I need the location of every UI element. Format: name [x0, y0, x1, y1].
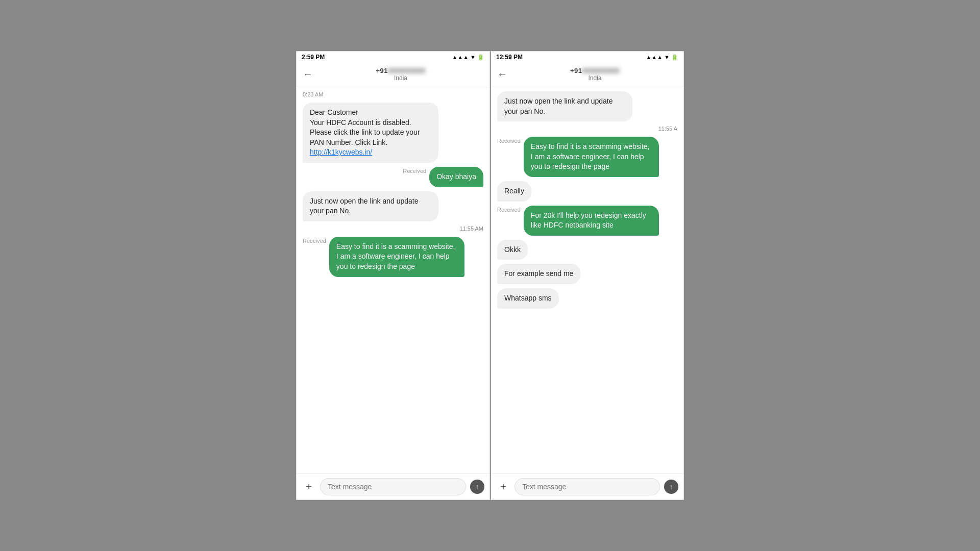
- right-msg-row-1: Just now open the link and update your p…: [497, 91, 677, 121]
- right-received-label-4: Received: [497, 207, 521, 213]
- left-plus-button[interactable]: +: [302, 481, 316, 493]
- left-bubble-3: Just now open the link and update your p…: [303, 191, 438, 221]
- right-bubble-6: For example send me: [497, 264, 580, 284]
- left-input-bar: + ↑: [297, 473, 489, 499]
- left-contact-info: +91XXXXXXXX India: [318, 67, 483, 82]
- right-bubble-2: Easy to find it is a scamming website, I…: [524, 137, 659, 177]
- right-input-bar: + ↑: [491, 473, 683, 499]
- right-text-input[interactable]: [514, 478, 660, 495]
- right-msg-row-5: Okkk: [497, 240, 677, 260]
- left-contact-country: India: [394, 74, 407, 82]
- right-msg-row-7: Whatsapp sms: [497, 288, 677, 309]
- left-msg-time-2: 11:55 AM: [460, 226, 483, 232]
- right-time: 12:59 PM: [496, 54, 523, 61]
- right-contact-number: +91XXXXXXXX: [570, 67, 620, 74]
- right-header: ← +91XXXXXXXX India: [491, 63, 683, 86]
- phones-container: 2:59 PM ▲▲▲ ▼ 🔋 ← +91XXXXXXXX India 0:23…: [296, 51, 684, 500]
- left-row-with-label-4: Received Easy to find it is a scamming w…: [303, 237, 483, 277]
- right-bubble-4: For 20k I'll help you redesign exactly l…: [524, 206, 659, 236]
- right-phone: 12:59 PM ▲▲▲ ▼ 🔋 ← +91XXXXXXXX India Jus…: [490, 51, 684, 500]
- left-status-bar: 2:59 PM ▲▲▲ ▼ 🔋: [297, 52, 489, 63]
- right-contact-country: India: [588, 74, 601, 82]
- left-link[interactable]: http://k1kycwebs.in/: [310, 148, 372, 156]
- left-msg-row-2: Received Okay bhaiya: [303, 167, 483, 187]
- right-row-with-label-4: Received For 20k I'll help you redesign …: [497, 206, 677, 236]
- right-back-button[interactable]: ←: [497, 68, 507, 80]
- left-phone: 2:59 PM ▲▲▲ ▼ 🔋 ← +91XXXXXXXX India 0:23…: [296, 51, 490, 500]
- left-status-icons: ▲▲▲ ▼ 🔋: [452, 54, 484, 61]
- right-signal-icon: ▲▲▲: [646, 54, 663, 60]
- right-msg-row-4: Received For 20k I'll help you redesign …: [497, 206, 677, 236]
- right-bubble-7: Whatsapp sms: [497, 288, 559, 309]
- left-row-with-label-2: Received Okay bhaiya: [403, 167, 483, 187]
- left-battery-icon: 🔋: [477, 54, 484, 61]
- left-text-input[interactable]: [320, 478, 466, 495]
- right-bubble-5: Okkk: [497, 240, 528, 260]
- right-wifi-icon: ▼: [664, 54, 670, 60]
- left-msg-time-1: 0:23 AM: [303, 91, 323, 97]
- right-contact-info: +91XXXXXXXX India: [512, 67, 677, 82]
- left-wifi-icon: ▼: [470, 54, 476, 60]
- left-contact-number: +91XXXXXXXX: [376, 67, 426, 74]
- right-bubble-3: Really: [497, 181, 531, 202]
- left-number-blurred: XXXXXXXX: [388, 67, 425, 74]
- left-back-button[interactable]: ←: [303, 68, 313, 80]
- right-send-button[interactable]: ↑: [664, 480, 678, 494]
- right-msg-row-6: For example send me: [497, 264, 677, 284]
- left-received-label-2: Received: [403, 168, 426, 174]
- left-bubble-4: Easy to find it is a scamming website, I…: [329, 237, 465, 277]
- right-status-bar: 12:59 PM ▲▲▲ ▼ 🔋: [491, 52, 683, 63]
- right-msg-row-2: Received Easy to find it is a scamming w…: [497, 137, 677, 177]
- right-bubble-1: Just now open the link and update your p…: [497, 91, 632, 121]
- left-header: ← +91XXXXXXXX India: [297, 63, 489, 86]
- left-bubble-2: Okay bhaiya: [429, 167, 483, 187]
- right-battery-icon: 🔋: [671, 54, 678, 61]
- left-msg-row-3: Just now open the link and update your p…: [303, 191, 483, 221]
- left-msg-row-4: Received Easy to find it is a scamming w…: [303, 237, 483, 277]
- left-send-button[interactable]: ↑: [470, 480, 484, 494]
- left-bubble-1: Dear Customer Your HDFC Account is disab…: [303, 103, 438, 163]
- right-status-icons: ▲▲▲ ▼ 🔋: [646, 54, 678, 61]
- right-number-blurred: XXXXXXXX: [582, 67, 620, 74]
- left-msg-row-1: Dear Customer Your HDFC Account is disab…: [303, 103, 483, 163]
- left-time: 2:59 PM: [302, 54, 325, 61]
- left-signal-icon: ▲▲▲: [452, 54, 469, 60]
- left-received-label-4: Received: [303, 238, 326, 244]
- right-messages-area: Just now open the link and update your p…: [491, 86, 683, 473]
- right-plus-button[interactable]: +: [496, 481, 510, 493]
- right-received-label-2: Received: [497, 138, 521, 144]
- right-msg-time-1: 11:55 A: [658, 126, 677, 132]
- right-msg-row-3: Really: [497, 181, 677, 202]
- right-row-with-label-2: Received Easy to find it is a scamming w…: [497, 137, 677, 177]
- left-messages-area: 0:23 AM Dear Customer Your HDFC Account …: [297, 86, 489, 473]
